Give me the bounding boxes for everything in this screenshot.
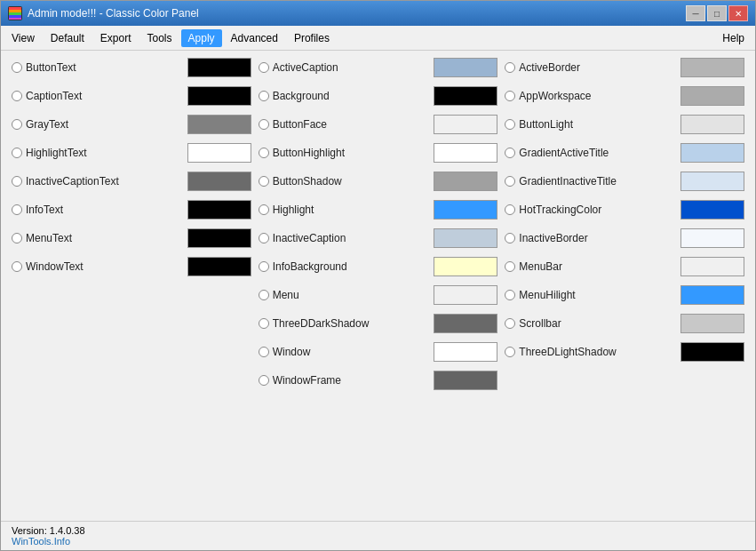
radio-background[interactable]: [259, 91, 269, 101]
color-box-buttonshadow[interactable]: [434, 172, 497, 191]
color-box-threeddarkshadow[interactable]: [434, 314, 497, 333]
radio-inactiveborder[interactable]: [505, 233, 515, 244]
color-box-buttontext[interactable]: [187, 58, 251, 77]
close-button[interactable]: ✕: [728, 5, 748, 21]
color-box-appworkspace[interactable]: [680, 86, 744, 106]
color-box-highlight[interactable]: [434, 200, 497, 220]
color-box-buttonface[interactable]: [434, 115, 497, 134]
radio-inactivecaptiontext[interactable]: [12, 176, 22, 187]
radio-hottrackingcolor[interactable]: [505, 204, 515, 215]
color-row: Background: [259, 86, 498, 106]
window-title: Admin mode!!! - Classic Color Panel: [28, 7, 199, 20]
color-box-windowframe[interactable]: [434, 371, 497, 390]
color-row: ButtonHighlight: [259, 143, 498, 163]
color-box-background[interactable]: [434, 86, 497, 106]
radio-infotext[interactable]: [12, 204, 22, 215]
menu-item-advanced[interactable]: Advanced: [224, 29, 285, 47]
radio-buttonface[interactable]: [259, 119, 269, 130]
radio-menuhilight[interactable]: [505, 290, 515, 300]
color-box-windowtext[interactable]: [187, 257, 251, 276]
color-row: InfoBackground: [259, 257, 498, 276]
color-box-window[interactable]: [434, 342, 497, 362]
radio-buttonshadow[interactable]: [259, 176, 269, 187]
color-box-menutext[interactable]: [187, 228, 251, 248]
color-box-threedlightshadow[interactable]: [680, 342, 744, 362]
menu-item-view[interactable]: View: [4, 29, 42, 47]
radio-threedlightshadow[interactable]: [505, 347, 515, 357]
color-box-buttonlight[interactable]: [680, 115, 744, 134]
radio-menubar[interactable]: [505, 261, 515, 272]
radio-inactivecaption[interactable]: [259, 233, 269, 244]
radio-scrollbar[interactable]: [505, 318, 515, 329]
menu-item-profiles[interactable]: Profiles: [287, 29, 337, 47]
label-windowframe: WindowFrame: [273, 374, 431, 387]
radio-windowtext[interactable]: [12, 261, 22, 272]
menu-item-default[interactable]: Default: [44, 29, 92, 47]
color-box-menu[interactable]: [434, 285, 497, 305]
radio-buttonhighlight[interactable]: [259, 148, 269, 158]
color-row: Window: [259, 342, 498, 362]
color-row: Highlight: [259, 200, 498, 220]
label-background: Background: [273, 90, 431, 102]
radio-menu[interactable]: [259, 290, 269, 300]
color-box-graytext[interactable]: [187, 115, 251, 134]
color-row: ButtonFace: [259, 115, 498, 134]
radio-windowframe[interactable]: [259, 375, 269, 386]
color-box-scrollbar[interactable]: [680, 314, 744, 333]
radio-window[interactable]: [259, 347, 269, 357]
color-box-gradientactivetitle[interactable]: [680, 143, 744, 163]
radio-activecaption[interactable]: [259, 62, 269, 73]
color-row: GradientActiveTitle: [505, 143, 744, 163]
radio-gradientinactivetitle[interactable]: [505, 176, 515, 187]
title-bar-left: Admin mode!!! - Classic Color Panel: [8, 6, 199, 20]
radio-buttonlight[interactable]: [505, 119, 515, 130]
status-bar: Version: 1.4.0.38 WinTools.Info: [1, 521, 755, 550]
radio-highlighttext[interactable]: [12, 148, 22, 158]
title-bar: Admin mode!!! - Classic Color Panel ─ □ …: [1, 1, 755, 26]
color-row: ButtonText: [12, 58, 251, 77]
color-box-captiontext[interactable]: [187, 86, 251, 106]
color-box-infotext[interactable]: [187, 200, 251, 220]
label-captiontext: CaptionText: [26, 90, 184, 102]
color-box-buttonhighlight[interactable]: [434, 143, 497, 163]
radio-menutext[interactable]: [12, 233, 22, 244]
radio-threeddarkshadow[interactable]: [259, 318, 269, 329]
color-box-hottrackingcolor[interactable]: [680, 200, 744, 220]
radio-graytext[interactable]: [12, 119, 22, 130]
label-inactivecaption: InactiveCaption: [273, 232, 431, 244]
maximize-button[interactable]: □: [707, 5, 727, 21]
radio-infobackground[interactable]: [259, 261, 269, 272]
menu-item-export[interactable]: Export: [93, 29, 139, 47]
radio-captiontext[interactable]: [12, 91, 22, 101]
label-gradientactivetitle: GradientActiveTitle: [519, 147, 677, 159]
color-box-menubar[interactable]: [680, 257, 744, 276]
color-box-infobackground[interactable]: [434, 257, 497, 276]
radio-activeborder[interactable]: [505, 62, 515, 73]
label-hottrackingcolor: HotTrackingColor: [519, 204, 677, 216]
color-box-inactivecaption[interactable]: [434, 228, 497, 248]
minimize-button[interactable]: ─: [686, 5, 705, 21]
label-buttonface: ButtonFace: [273, 118, 431, 131]
label-threeddarkshadow: ThreeDDarkShadow: [273, 317, 431, 330]
radio-appworkspace[interactable]: [505, 91, 515, 101]
color-box-inactiveborder[interactable]: [680, 228, 744, 248]
color-box-activecaption[interactable]: [434, 58, 497, 77]
website-link[interactable]: WinTools.Info: [12, 536, 70, 547]
color-box-highlighttext[interactable]: [187, 143, 251, 163]
color-row: HighlightText: [12, 143, 251, 163]
color-box-gradientinactivetitle[interactable]: [680, 172, 744, 191]
menu-item-help[interactable]: Help: [715, 29, 752, 47]
color-box-inactivecaptiontext[interactable]: [187, 172, 251, 191]
color-row: MenuBar: [505, 257, 744, 276]
color-box-menuhilight[interactable]: [680, 285, 744, 305]
radio-gradientactivetitle[interactable]: [505, 148, 515, 158]
color-box-activeborder[interactable]: [680, 58, 744, 77]
menu-item-apply[interactable]: Apply: [181, 29, 222, 47]
label-infobackground: InfoBackground: [273, 260, 431, 273]
color-row: ButtonShadow: [259, 172, 498, 191]
menu-item-tools[interactable]: Tools: [140, 29, 179, 47]
radio-buttontext[interactable]: [12, 62, 22, 73]
label-threedlightshadow: ThreeDLightShadow: [519, 346, 677, 358]
label-gradientinactivetitle: GradientInactiveTitle: [519, 175, 677, 188]
radio-highlight[interactable]: [259, 204, 269, 215]
